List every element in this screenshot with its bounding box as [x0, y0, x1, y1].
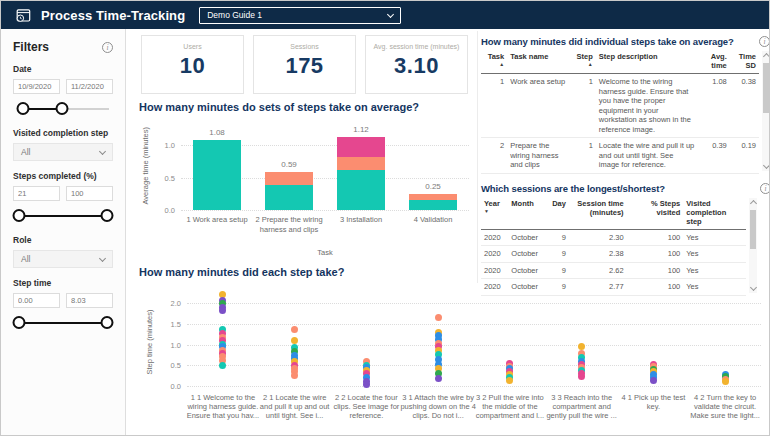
- step-time-min-input[interactable]: [13, 293, 60, 308]
- gridline: [187, 386, 761, 387]
- column-header[interactable]: Task▲: [481, 50, 507, 74]
- scatter-dot[interactable]: [219, 362, 226, 369]
- column-header[interactable]: Step description: [596, 50, 699, 74]
- table-cell: 2020: [481, 229, 508, 246]
- column-header[interactable]: Year▼: [481, 197, 508, 230]
- column-header[interactable]: % Steps visited: [627, 197, 684, 230]
- bar-segment[interactable]: [409, 194, 457, 201]
- steps-table-title: How many minutes did individual steps ta…: [481, 36, 734, 47]
- column-header[interactable]: Time SD: [730, 50, 759, 74]
- scatter-dot[interactable]: [578, 373, 585, 380]
- bar-total-label: 1.08: [187, 128, 247, 137]
- table-cell: 9: [548, 229, 569, 246]
- time-tracking-logo-icon: [15, 7, 32, 24]
- bar-segment[interactable]: [337, 170, 385, 210]
- bar-segment[interactable]: [265, 172, 313, 185]
- guide-selector-value: Demo Guide 1: [207, 10, 262, 20]
- table-row[interactable]: 2020October92.38100Yes: [481, 246, 746, 263]
- step-time-max-input[interactable]: [66, 293, 113, 308]
- scrollbar[interactable]: [762, 51, 769, 171]
- scatter-dot[interactable]: [219, 307, 226, 314]
- table-cell: 9: [548, 279, 569, 296]
- steps-completed-min-input[interactable]: [13, 186, 60, 201]
- column-header[interactable]: Day: [548, 197, 569, 230]
- table-cell: 2.38: [569, 246, 627, 263]
- column-header[interactable]: Step▲: [572, 50, 596, 74]
- scatter-dot[interactable]: [506, 377, 513, 384]
- scroll-down-icon[interactable]: [762, 161, 769, 168]
- info-icon[interactable]: i: [759, 36, 769, 47]
- date-to-input[interactable]: [66, 79, 113, 94]
- scatter-dot[interactable]: [435, 314, 442, 321]
- x-category-label: 4 2 Turn the key to validate the circuit…: [687, 393, 763, 420]
- scrollbar-thumb[interactable]: [763, 63, 769, 113]
- table-row[interactable]: 2020October92.77100Yes: [481, 279, 746, 296]
- gridline: [187, 324, 761, 325]
- bar-chart-title: How many minutes do sets of steps take o…: [139, 101, 475, 113]
- steps-completed-max-input[interactable]: [66, 186, 113, 201]
- kpi-label: Sessions: [254, 43, 355, 50]
- report-canvas: Users 10 Sessions 175 Avg. session time …: [126, 29, 769, 435]
- scatter-dot[interactable]: [578, 343, 585, 350]
- column-header[interactable]: Session time (minutes): [569, 197, 627, 230]
- scroll-up-icon[interactable]: [749, 199, 756, 206]
- slider-selected-range[interactable]: [19, 215, 107, 217]
- scroll-down-icon[interactable]: [749, 283, 756, 290]
- scatter-dot[interactable]: [722, 378, 729, 385]
- table-row[interactable]: 2020October92.30100Yes: [481, 229, 746, 246]
- role-dropdown[interactable]: All: [13, 250, 113, 268]
- slider-handle-max[interactable]: [101, 209, 114, 222]
- scatter-dot[interactable]: [435, 375, 442, 382]
- bar-segment[interactable]: [337, 137, 385, 157]
- scatter-dot[interactable]: [650, 377, 657, 384]
- table-cell: Yes: [683, 246, 746, 263]
- step-time-filter-label: Step time: [13, 278, 113, 288]
- date-from-input[interactable]: [13, 79, 60, 94]
- info-icon[interactable]: i: [760, 183, 769, 194]
- slider-handle-min[interactable]: [12, 209, 25, 222]
- scatter-dot[interactable]: [291, 326, 298, 333]
- visited-completion-dropdown[interactable]: All: [13, 143, 113, 161]
- column-header[interactable]: Avg. time: [699, 50, 730, 74]
- scatter-dot[interactable]: [363, 381, 370, 388]
- table-row[interactable]: 1Work area setup1Welcome to the wiring h…: [481, 74, 759, 138]
- y-tick-label: 0.5: [155, 174, 175, 183]
- scroll-up-icon[interactable]: [762, 53, 769, 60]
- sort-ascending-icon: ▲: [484, 62, 504, 67]
- slider-handle-max[interactable]: [101, 316, 114, 329]
- column-header[interactable]: Visited completion step: [683, 197, 746, 230]
- sort-ascending-icon: ▲: [575, 62, 593, 67]
- y-axis-title: Step time (minutes): [145, 315, 154, 375]
- column-header[interactable]: Task name: [507, 50, 571, 74]
- y-axis-title: Average time (minutes): [141, 145, 150, 205]
- y-tick-label: 1.0: [161, 341, 181, 350]
- scatter-dot[interactable]: [291, 372, 298, 379]
- table-cell: 100: [627, 229, 684, 246]
- column-header[interactable]: Month: [508, 197, 547, 230]
- right-panel: How many minutes did individual steps ta…: [481, 36, 769, 305]
- guide-selector-dropdown[interactable]: Demo Guide 1: [199, 7, 401, 24]
- table-row[interactable]: 2020October92.62100Yes: [481, 262, 746, 279]
- bar-segment[interactable]: [193, 140, 241, 210]
- table-cell: 0.19: [730, 138, 759, 174]
- date-range-slider: [17, 101, 109, 118]
- kpi-cards: Users 10 Sessions 175 Avg. session time …: [141, 35, 468, 94]
- slider-handle-min[interactable]: [12, 316, 25, 329]
- chevron-down-icon: [99, 147, 106, 154]
- table-cell: 9: [548, 262, 569, 279]
- table-row[interactable]: 2Prepare the wiring harness and clips1Lo…: [481, 138, 759, 174]
- bar-segment[interactable]: [265, 185, 313, 210]
- slider-handle-min[interactable]: [16, 102, 29, 115]
- table-cell: 100: [627, 262, 684, 279]
- info-icon[interactable]: i: [102, 42, 113, 53]
- scatter-dot[interactable]: [291, 337, 298, 344]
- table-cell: 2.30: [569, 229, 627, 246]
- steps-completed-filter-label: Steps completed (%): [13, 171, 113, 181]
- scrollbar-thumb[interactable]: [750, 210, 756, 250]
- slider-selected-range[interactable]: [19, 322, 107, 324]
- filters-title: Filters: [13, 40, 49, 54]
- bar-segment[interactable]: [337, 157, 385, 169]
- scrollbar[interactable]: [749, 198, 757, 293]
- slider-handle-max[interactable]: [56, 102, 69, 115]
- bar-segment[interactable]: [409, 200, 457, 210]
